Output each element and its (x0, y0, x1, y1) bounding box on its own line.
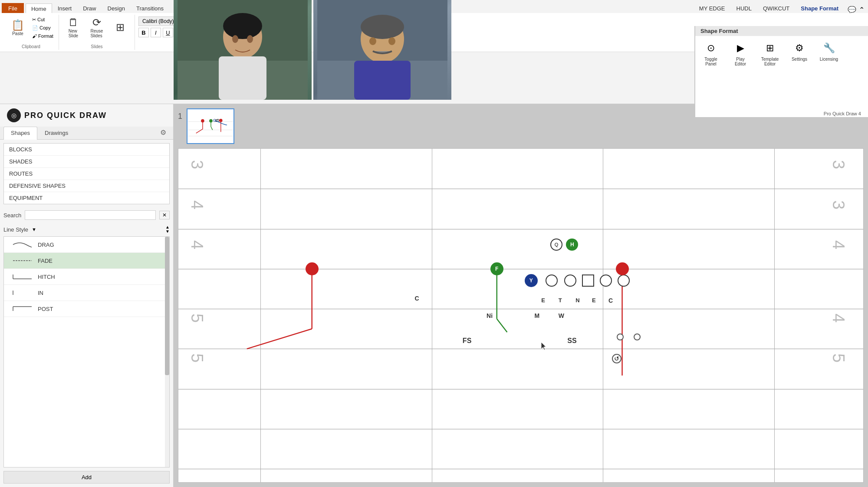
shapes-list-container: DRAG FADE HITCH IN (3, 236, 170, 467)
label-N: N (575, 297, 579, 304)
tab-qwikcut[interactable]: QWIKCUT (757, 3, 795, 14)
paste-label: Paste (12, 31, 23, 36)
tab-shape-format[interactable]: Shape Format (795, 3, 844, 14)
player-E2 (618, 275, 630, 287)
tab-file[interactable]: File (2, 3, 24, 14)
line-style-area: Line Style ▼ ▲ ▼ (0, 222, 173, 236)
shape-post[interactable]: POST (4, 301, 169, 317)
shape-drag[interactable]: DRAG (4, 237, 169, 253)
svg-point-4 (223, 13, 262, 39)
settings-label: Settings (792, 57, 807, 62)
shape-hitch[interactable]: HITCH (4, 269, 169, 285)
toggle-panel-tool[interactable]: ⊙ TogglePanel (699, 39, 723, 66)
template-editor-icon: ⊞ (761, 39, 779, 57)
paste-button[interactable]: 📋 Paste (7, 15, 29, 41)
line-style-label: Line Style (3, 226, 28, 233)
player-WR1 (306, 262, 319, 275)
sidebar-gear-icon[interactable]: ⚙ (157, 127, 170, 139)
main-slide[interactable]: 3 4 4 5 5 3 3 4 4 5 (178, 148, 864, 483)
tab-draw[interactable]: Draw (77, 3, 102, 14)
bold-button[interactable]: B (138, 28, 149, 37)
tab-shapes[interactable]: Shapes (3, 127, 37, 140)
svg-point-6 (232, 35, 238, 43)
layout-button[interactable]: ⊞ (109, 15, 131, 41)
tab-transitions[interactable]: Transitions (131, 3, 169, 14)
reuse-slides-button[interactable]: ⟳ ReuseSlides (86, 15, 108, 41)
player-small-1 (617, 333, 624, 340)
tab-home[interactable]: Home (26, 3, 52, 14)
field-line-3 (178, 269, 863, 269)
yard-30-right: 3 (829, 160, 848, 169)
svg-point-15 (388, 37, 395, 45)
football-field: 3 4 4 5 5 3 3 4 4 5 (178, 149, 863, 482)
field-vline-1 (260, 149, 261, 482)
new-slide-button[interactable]: 🗒 NewSlide (62, 15, 84, 41)
video-feed-right (313, 0, 451, 100)
yard-50a-left: 5 (187, 314, 206, 323)
svg-point-7 (247, 35, 253, 43)
field-line-8 (178, 469, 863, 469)
yard-30-left: 3 (187, 160, 206, 169)
format-painter-button[interactable]: 🖌 Format (30, 33, 55, 39)
category-equipment[interactable]: EQUIPMENT (4, 192, 169, 204)
yard-40a-left: 4 (187, 200, 206, 209)
logo-icon: ◎ (7, 108, 21, 122)
sidebar: ◎ PRO QUICK DRAW Shapes Drawings ⚙ BLOCK… (0, 104, 174, 487)
category-blocks[interactable]: BLOCKS (4, 144, 169, 156)
tab-hudl[interactable]: HUDL (731, 3, 757, 14)
shape-format-tools: ⊙ TogglePanel ▶ PlayEditor ⊞ TemplateEdi… (695, 36, 868, 70)
post-preview (11, 304, 33, 313)
scrollbar[interactable] (165, 237, 169, 467)
tab-insert[interactable]: Insert (52, 3, 78, 14)
licensing-label: Licensing (820, 57, 838, 62)
line-style-dropdown-arrow[interactable]: ▼ (32, 227, 36, 232)
clipboard-label: Clipboard (22, 44, 40, 49)
play-editor-tool[interactable]: ▶ PlayEditor (728, 39, 753, 66)
underline-button[interactable]: U (163, 28, 173, 37)
play-editor-icon: ▶ (732, 39, 749, 57)
reuse-slides-icon: ⟳ (92, 17, 101, 28)
search-clear-button[interactable]: ✕ (159, 211, 170, 219)
tab-design[interactable]: Design (102, 3, 131, 14)
field-line-6 (178, 389, 863, 389)
pro-quick-draw-label: Pro Quick Draw 4 (820, 110, 865, 117)
category-routes[interactable]: ROUTES (4, 168, 169, 180)
add-button[interactable]: Add (3, 471, 170, 484)
svg-rect-5 (219, 56, 266, 100)
sort-down-icon[interactable]: ▼ (165, 229, 170, 234)
yard-50-right: 5 (829, 353, 848, 363)
category-defensive-shapes[interactable]: DEFENSIVE SHAPES (4, 180, 169, 192)
tab-myedge[interactable]: MY EDGE (694, 3, 731, 14)
scrollbar-thumb[interactable] (165, 237, 169, 375)
shape-fade[interactable]: FADE (4, 253, 169, 269)
copy-button[interactable]: 📄 Copy (30, 24, 55, 32)
label-E-left: E (541, 297, 545, 304)
sort-arrows: ▲ ▼ (165, 225, 170, 234)
sidebar-categories: BLOCKS SHADES ROUTES DEFENSIVE SHAPES EQ… (3, 143, 170, 204)
search-input[interactable] (25, 210, 156, 220)
label-C-right: C (608, 297, 613, 304)
category-shades[interactable]: SHADES (4, 156, 169, 168)
search-area: Search ✕ (0, 208, 173, 222)
italic-button[interactable]: I (151, 28, 161, 37)
cursor (541, 342, 546, 346)
shape-in[interactable]: IN (4, 285, 169, 301)
yard-30b-right: 3 (829, 200, 848, 209)
drag-preview (11, 240, 33, 249)
field-vline-4 (774, 149, 775, 482)
template-editor-label: TemplateEditor (761, 57, 779, 66)
in-label: IN (38, 290, 43, 296)
fade-label: FADE (38, 258, 53, 264)
main-area: ◎ PRO QUICK DRAW Shapes Drawings ⚙ BLOCK… (0, 104, 868, 487)
svg-point-12 (361, 15, 404, 39)
slide-thumbnail[interactable] (187, 108, 234, 144)
tab-drawings[interactable]: Drawings (37, 127, 76, 139)
licensing-tool[interactable]: 🔧 Licensing (817, 39, 841, 62)
template-editor-tool[interactable]: ⊞ TemplateEditor (758, 39, 782, 66)
label-C-left: C (414, 295, 419, 302)
settings-tool[interactable]: ⚙ Settings (787, 39, 812, 62)
play-editor-label: PlayEditor (735, 57, 746, 66)
field-line-1 (178, 189, 863, 189)
cut-button[interactable]: ✂ Cut (30, 16, 55, 23)
label-T-left: T (559, 297, 562, 304)
